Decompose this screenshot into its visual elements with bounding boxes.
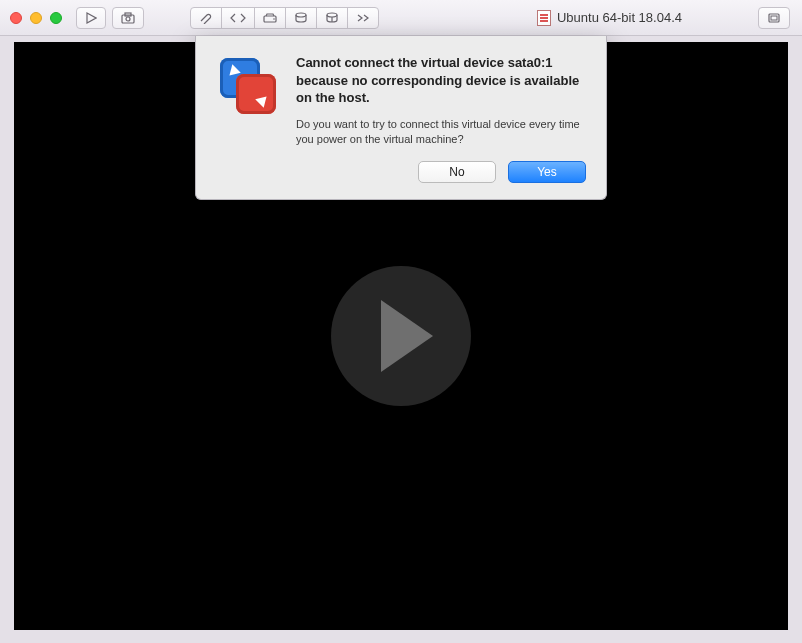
- zoom-window-button[interactable]: [50, 12, 62, 24]
- no-button[interactable]: No: [418, 161, 496, 183]
- snapshot-button[interactable]: [112, 7, 144, 29]
- svg-point-6: [296, 13, 306, 17]
- expand-button[interactable]: [758, 7, 790, 29]
- window-title-group: Ubuntu 64-bit 18.04.4: [537, 10, 682, 26]
- more-devices-button[interactable]: [347, 7, 379, 29]
- svg-point-5: [273, 18, 275, 20]
- device-toolbar: [190, 7, 379, 29]
- harddrive-button[interactable]: [254, 7, 286, 29]
- play-icon: [381, 300, 433, 372]
- svg-rect-10: [771, 16, 777, 20]
- dialog-button-row: No Yes: [296, 161, 586, 183]
- dialog-heading: Cannot connect the virtual device sata0:…: [296, 54, 586, 107]
- svg-point-7: [327, 13, 337, 17]
- close-window-button[interactable]: [10, 12, 22, 24]
- vm-doc-icon: [537, 10, 551, 26]
- dialog-body: Cannot connect the virtual device sata0:…: [296, 54, 586, 183]
- svg-point-3: [126, 17, 130, 21]
- dialog-message: Do you want to try to connect this virtu…: [296, 117, 586, 148]
- settings-wrench-button[interactable]: [190, 7, 222, 29]
- vmware-app-icon: [216, 54, 280, 118]
- connect-device-dialog: Cannot connect the virtual device sata0:…: [195, 36, 607, 200]
- code-button[interactable]: [221, 7, 255, 29]
- window-title: Ubuntu 64-bit 18.04.4: [557, 10, 682, 25]
- big-play-button[interactable]: [331, 266, 471, 406]
- svg-marker-0: [87, 13, 96, 23]
- yes-button[interactable]: Yes: [508, 161, 586, 183]
- disk-button-2[interactable]: [316, 7, 348, 29]
- disk-button-1[interactable]: [285, 7, 317, 29]
- titlebar: Ubuntu 64-bit 18.04.4: [0, 0, 802, 36]
- play-button[interactable]: [76, 7, 106, 29]
- main-controls: [76, 7, 144, 29]
- traffic-lights: [10, 12, 62, 24]
- minimize-window-button[interactable]: [30, 12, 42, 24]
